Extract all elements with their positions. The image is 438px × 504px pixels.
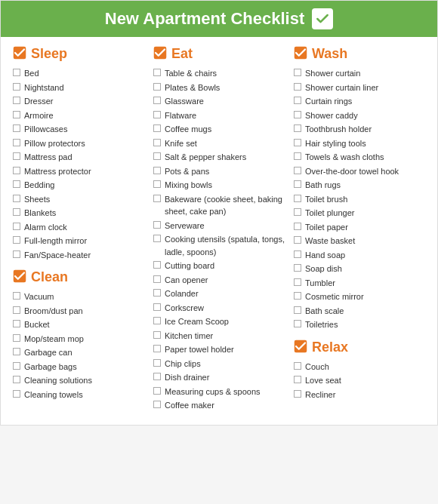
list-item[interactable]: Broom/dust pan	[13, 304, 144, 318]
list-item[interactable]: Flatware	[153, 109, 285, 123]
checkbox-icon[interactable]	[294, 69, 301, 76]
checkbox-icon[interactable]	[13, 376, 20, 383]
checkbox-icon[interactable]	[294, 376, 301, 383]
list-item[interactable]: Garbage bags	[13, 360, 144, 374]
checkbox-icon[interactable]	[153, 331, 161, 339]
list-item[interactable]: Recliner	[294, 388, 425, 402]
checkbox-icon[interactable]	[13, 390, 20, 398]
checkbox-icon[interactable]	[294, 320, 301, 327]
list-item[interactable]: Cleaning solutions	[13, 373, 144, 388]
list-item[interactable]: Bath scale	[294, 304, 425, 318]
list-item[interactable]: Table & chairs	[153, 66, 285, 81]
list-item[interactable]: Bath rugs	[294, 178, 425, 192]
list-item[interactable]: Can opener	[153, 273, 285, 287]
checkbox-icon[interactable]	[153, 345, 161, 352]
checkbox-icon[interactable]	[13, 236, 20, 244]
checkbox-icon[interactable]	[294, 208, 301, 216]
list-item[interactable]: Hand soap	[294, 248, 425, 263]
list-item[interactable]: Garbage can	[13, 346, 144, 360]
list-item[interactable]: Measuring cups & spoons	[153, 385, 285, 399]
checkbox-icon[interactable]	[294, 292, 301, 300]
checkbox-icon[interactable]	[153, 401, 161, 408]
checkbox-icon[interactable]	[13, 97, 20, 104]
list-item[interactable]: Blankets	[13, 206, 144, 220]
list-item[interactable]: Full-length mirror	[13, 234, 144, 248]
checkbox-icon[interactable]	[294, 278, 301, 286]
checkbox-icon[interactable]	[153, 235, 161, 242]
checkbox-icon[interactable]	[294, 180, 301, 188]
list-item[interactable]: Mixing bowls	[153, 178, 285, 192]
list-item[interactable]: Vacuum	[13, 290, 144, 304]
checkbox-icon[interactable]	[13, 195, 20, 202]
checkbox-icon[interactable]	[13, 362, 20, 370]
list-item[interactable]: Curtain rings	[294, 94, 425, 109]
checkbox-icon[interactable]	[13, 167, 20, 174]
checkbox-icon[interactable]	[153, 289, 161, 297]
checkbox-icon[interactable]	[13, 250, 20, 258]
list-item[interactable]: Love seat	[294, 373, 425, 388]
list-item[interactable]: Cutting board	[153, 259, 285, 273]
list-item[interactable]: Dish drainer	[153, 370, 285, 385]
checkbox-icon[interactable]	[13, 111, 20, 118]
list-item[interactable]: Bucket	[13, 318, 144, 332]
list-item[interactable]: Toothbrush holder	[294, 122, 425, 137]
list-item[interactable]: Toilet paper	[294, 220, 425, 235]
list-item[interactable]: Armoire	[13, 109, 144, 123]
checkbox-icon[interactable]	[153, 111, 161, 118]
list-item[interactable]: Bed	[13, 66, 144, 81]
checkbox-icon[interactable]	[13, 83, 20, 91]
list-item[interactable]: Cooking utensils (spatula, tongs, ladle,…	[153, 232, 285, 259]
list-item[interactable]: Salt & pepper shakers	[153, 150, 285, 164]
list-item[interactable]: Fan/Space-heater	[13, 248, 144, 263]
list-item[interactable]: Alarm clock	[13, 220, 144, 235]
list-item[interactable]: Bakeware (cookie sheet, baking sheet, ca…	[153, 192, 285, 219]
checkbox-icon[interactable]	[13, 139, 20, 146]
checkbox-icon[interactable]	[13, 292, 20, 300]
checkbox-icon[interactable]	[294, 152, 301, 160]
checkbox-icon[interactable]	[294, 306, 301, 314]
list-item[interactable]: Corkscrew	[153, 301, 285, 315]
list-item[interactable]: Shower caddy	[294, 109, 425, 123]
checkbox-icon[interactable]	[153, 221, 161, 229]
checkbox-icon[interactable]	[294, 390, 301, 398]
list-item[interactable]: Shower curtain liner	[294, 81, 425, 95]
checkbox-icon[interactable]	[13, 348, 20, 355]
list-item[interactable]: Colander	[153, 287, 285, 301]
checkbox-icon[interactable]	[153, 275, 161, 283]
checkbox-icon[interactable]	[294, 223, 301, 230]
list-item[interactable]: Dresser	[13, 94, 144, 109]
list-item[interactable]: Soap dish	[294, 262, 425, 276]
list-item[interactable]: Toilet brush	[294, 192, 425, 207]
list-item[interactable]: Ice Cream Scoop	[153, 315, 285, 329]
checkbox-icon[interactable]	[13, 152, 20, 160]
list-item[interactable]: Plates & Bowls	[153, 81, 285, 95]
checkbox-icon[interactable]	[153, 69, 161, 76]
checkbox-icon[interactable]	[153, 83, 161, 91]
list-item[interactable]: Cosmetic mirror	[294, 290, 425, 304]
list-item[interactable]: Nightstand	[13, 81, 144, 95]
checkbox-icon[interactable]	[153, 167, 161, 174]
checkbox-icon[interactable]	[294, 83, 301, 91]
list-item[interactable]: Coffee mugs	[153, 122, 285, 137]
checkbox-icon[interactable]	[294, 195, 301, 202]
list-item[interactable]: Towels & wash cloths	[294, 150, 425, 164]
checkbox-icon[interactable]	[13, 306, 20, 314]
checkbox-icon[interactable]	[153, 261, 161, 269]
checkbox-icon[interactable]	[153, 97, 161, 104]
list-item[interactable]: Toilet plunger	[294, 206, 425, 220]
list-item[interactable]: Serveware	[153, 219, 285, 233]
checkbox-icon[interactable]	[294, 97, 301, 104]
checkbox-icon[interactable]	[153, 387, 161, 395]
list-item[interactable]: Pillow protectors	[13, 137, 144, 151]
checkbox-icon[interactable]	[13, 320, 20, 327]
list-item[interactable]: Sheets	[13, 192, 144, 207]
checkbox-icon[interactable]	[13, 334, 20, 342]
checkbox-icon[interactable]	[294, 264, 301, 272]
checkbox-icon[interactable]	[13, 180, 20, 188]
checkbox-icon[interactable]	[153, 303, 161, 311]
checkbox-icon[interactable]	[153, 195, 161, 202]
list-item[interactable]: Mattress pad	[13, 150, 144, 164]
checkbox-icon[interactable]	[294, 362, 301, 370]
list-item[interactable]: Hair styling tools	[294, 137, 425, 151]
list-item[interactable]: Tumbler	[294, 276, 425, 290]
